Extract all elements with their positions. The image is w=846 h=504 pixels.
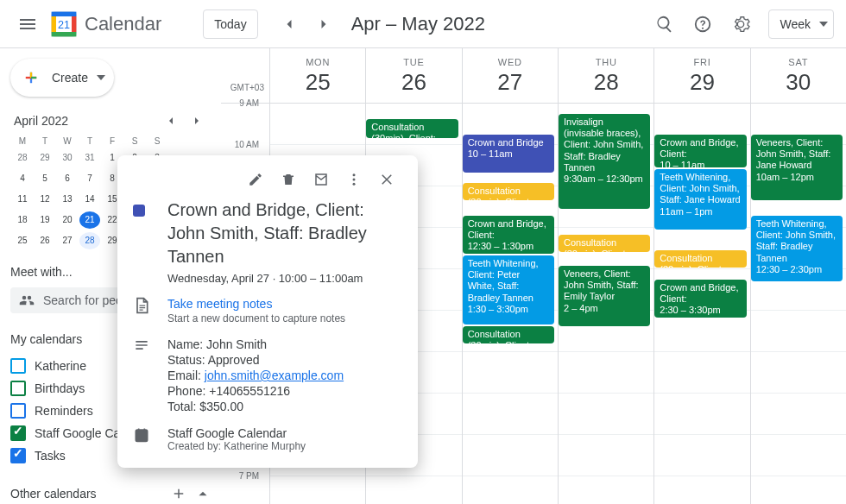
mini-day[interactable]: 27 [57, 232, 78, 249]
help-button[interactable] [685, 7, 720, 41]
email-guests-button[interactable] [306, 164, 337, 195]
more-vert-icon [346, 172, 362, 187]
svg-rect-1 [52, 11, 77, 16]
hamburger-icon [17, 14, 38, 35]
event-title: Crown and Bridge, Client: John Smith, St… [167, 198, 402, 268]
calendar-event[interactable]: Consultation (30min), Client: [463, 326, 554, 343]
mini-day[interactable]: 28 [12, 149, 33, 167]
help-icon [693, 15, 712, 34]
calendar-label: Katherine [35, 359, 86, 373]
calendar-event[interactable]: Veneers, Client: John Smith, Staff: Jane… [751, 135, 843, 200]
checkbox[interactable] [10, 448, 26, 463]
mini-day[interactable]: 21 [79, 211, 100, 229]
calendar-event[interactable]: Teeth Whitening, Client: Peter White, St… [463, 255, 554, 324]
mini-dow: T [79, 136, 100, 146]
mini-prev-button[interactable] [161, 110, 181, 131]
view-label: Week [780, 17, 811, 31]
mini-day[interactable]: 5 [35, 170, 55, 187]
view-selector[interactable]: Week [768, 9, 834, 39]
search-button[interactable] [647, 7, 682, 41]
mini-dow: W [57, 136, 78, 146]
day-column[interactable]: Crown and Bridge, Client:10 – 11amTeeth … [653, 104, 749, 504]
close-popup-button[interactable] [371, 164, 402, 195]
calendar-event[interactable]: Consultation (30min), Client: [654, 250, 746, 268]
mini-day[interactable]: 12 [35, 191, 55, 208]
calendar-event[interactable]: Teeth Whitening, Client: John Smith, Sta… [654, 169, 746, 230]
options-button[interactable] [338, 164, 369, 195]
create-label: Create [52, 71, 88, 85]
prev-period-button[interactable] [275, 10, 303, 38]
mini-day[interactable]: 20 [57, 211, 78, 229]
day-header[interactable]: WED27 [462, 48, 558, 103]
day-number: 28 [559, 69, 653, 96]
calendar-event[interactable]: Veneers, Client: John Smith, Staff: Emil… [559, 266, 650, 326]
calendar-event[interactable]: Consultation (30min), Client: [559, 235, 650, 252]
today-button[interactable]: Today [203, 9, 257, 39]
calendar-event[interactable]: Crown and Bridge, Client:2:30 – 3:30pm [654, 280, 746, 318]
calendar-label: Tasks [35, 449, 66, 463]
mini-day[interactable]: 11 [12, 191, 33, 208]
mini-day[interactable]: 14 [79, 191, 100, 208]
checkbox[interactable] [10, 425, 26, 441]
settings-button[interactable] [723, 7, 758, 41]
dropdown-icon [819, 22, 828, 27]
svg-rect-3 [52, 16, 56, 32]
day-header[interactable]: THU28 [558, 48, 653, 103]
svg-point-6 [353, 173, 356, 176]
main-menu-button[interactable] [7, 3, 48, 45]
calendar-event[interactable]: Crown and Bridge, Client:12:30 – 1:30pm [463, 216, 554, 254]
event-details-popup: Crown and Bridge, Client: John Smith, St… [117, 155, 418, 468]
client-email-link[interactable]: john.smith@example.com [205, 369, 344, 382]
app-logo: 21 Calendar [48, 9, 161, 40]
calendar-event[interactable]: Crown and Bridge10 – 11am [463, 135, 554, 173]
mini-day[interactable]: 29 [35, 149, 55, 167]
calendar-event[interactable]: Consultation (30min), Client: [463, 183, 554, 200]
mini-day[interactable]: 26 [35, 232, 55, 249]
day-column[interactable]: Invisalign (invisable braces), Client: J… [558, 104, 653, 504]
mini-day[interactable]: 25 [12, 232, 33, 249]
other-calendars-header[interactable]: Other calendars [10, 486, 211, 501]
day-column[interactable]: Veneers, Client: John Smith, Staff: Jane… [750, 104, 846, 504]
day-column[interactable]: Crown and Bridge10 – 11amConsultation (3… [462, 104, 558, 504]
mini-day[interactable]: 4 [12, 170, 33, 187]
edit-event-button[interactable] [240, 164, 271, 195]
chevron-right-icon [190, 114, 204, 128]
take-notes-link[interactable]: Take meeting notes [167, 297, 402, 311]
checkbox[interactable] [10, 403, 26, 419]
mini-day[interactable]: 7 [79, 170, 100, 187]
dow-label: WED [463, 57, 558, 67]
day-header[interactable]: SAT30 [750, 48, 846, 103]
mini-dow: T [35, 136, 55, 146]
checkbox[interactable] [10, 381, 26, 396]
day-header[interactable]: TUE26 [365, 48, 461, 103]
chevron-up-icon[interactable] [195, 486, 211, 501]
delete-event-button[interactable] [273, 164, 304, 195]
mini-day[interactable]: 30 [57, 149, 78, 167]
mini-day[interactable]: 18 [12, 211, 33, 229]
mini-next-button[interactable] [186, 110, 207, 131]
next-period-button[interactable] [310, 10, 338, 38]
svg-point-7 [353, 179, 356, 181]
mini-cal-title: April 2022 [14, 114, 68, 128]
plus-icon[interactable] [171, 486, 186, 501]
mini-day[interactable]: 19 [35, 211, 55, 229]
mini-day[interactable]: 31 [79, 149, 100, 167]
svg-text:21: 21 [58, 18, 70, 30]
day-header[interactable]: MON25 [269, 48, 365, 103]
calendar-event[interactable]: Consultation (30min), Client: [366, 119, 458, 138]
svg-rect-2 [52, 32, 77, 36]
event-description: Name: John Smith Status: Approved Email:… [167, 337, 402, 414]
mini-day[interactable]: 6 [57, 170, 78, 187]
envelope-icon [313, 172, 329, 187]
day-number: 25 [270, 69, 365, 96]
calendar-event[interactable]: Invisalign (invisable braces), Client: J… [559, 114, 650, 209]
calendar-event[interactable]: Teeth Whitening, Client: John Smith, Sta… [751, 216, 843, 281]
dow-label: THU [559, 57, 653, 67]
create-button[interactable]: Create [10, 59, 114, 97]
calendar-event[interactable]: Crown and Bridge, Client:10 – 11am [654, 135, 746, 167]
svg-rect-9 [136, 430, 147, 441]
mini-day[interactable]: 28 [79, 232, 100, 249]
checkbox[interactable] [10, 358, 26, 374]
mini-day[interactable]: 13 [57, 191, 78, 208]
day-header[interactable]: FRI29 [653, 48, 749, 103]
